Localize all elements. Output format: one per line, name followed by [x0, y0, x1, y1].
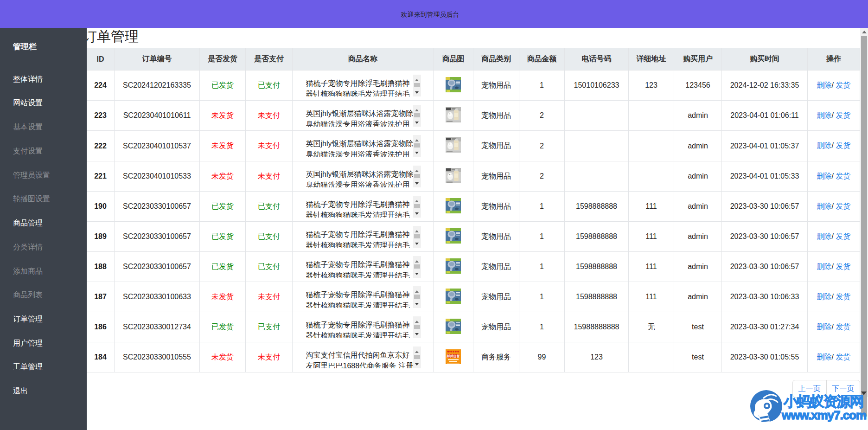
- svg-text:邦邦信誉: 邦邦信誉: [447, 353, 460, 358]
